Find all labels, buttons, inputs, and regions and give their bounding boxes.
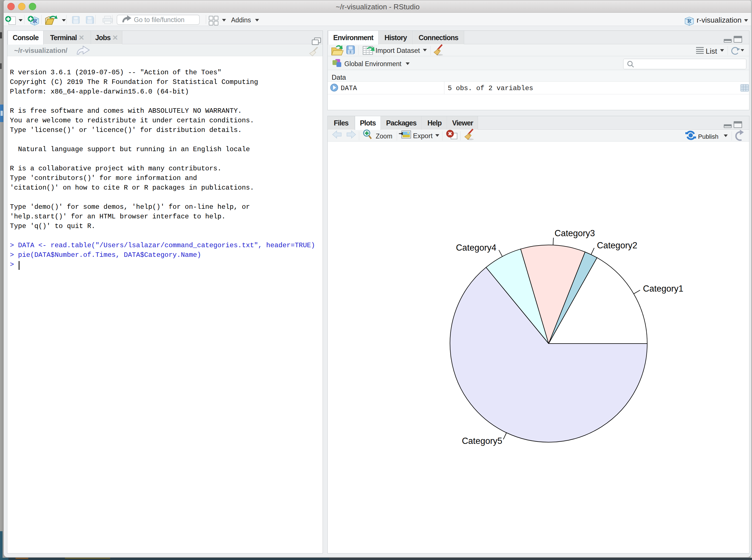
svg-text:Category4: Category4 [456,243,496,253]
svg-text:Category3: Category3 [554,228,595,238]
svg-text:r-visualization: r-visualization [697,16,741,24]
svg-text:Addins: Addins [231,16,251,24]
svg-text:R: R [687,18,692,24]
svg-text:Category5: Category5 [462,436,502,446]
svg-text:Category1: Category1 [643,284,683,294]
svg-text:Category2: Category2 [597,240,637,250]
svg-text:Go to file/function: Go to file/function [134,16,184,23]
